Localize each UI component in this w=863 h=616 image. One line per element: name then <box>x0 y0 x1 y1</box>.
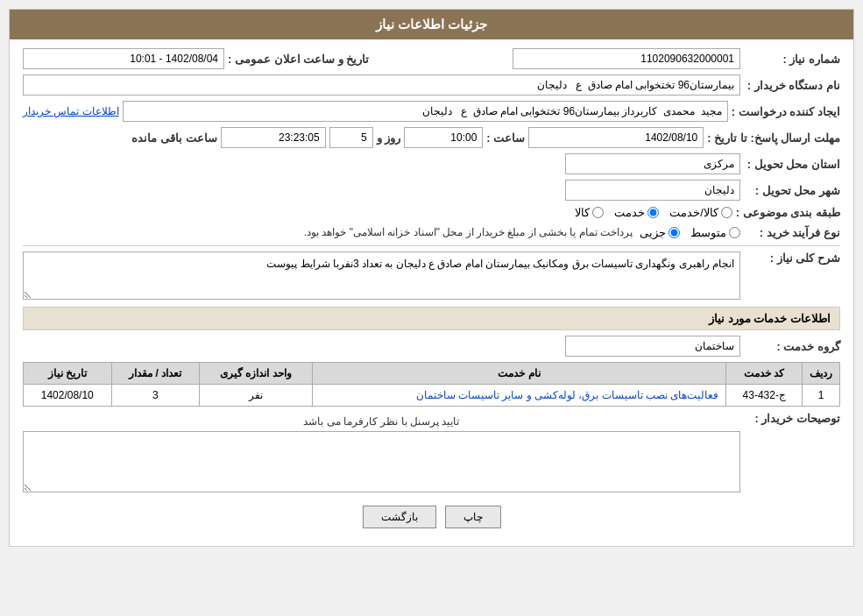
row-goroh: گروه خدمت : <box>23 336 840 357</box>
row-ijadkonande: ایجاد کننده درخواست : اطلاعات تماس خریدا… <box>23 101 840 122</box>
ijadKonande-input[interactable] <box>123 101 728 122</box>
namDastgah-label: نام دستگاه خریدار : <box>744 79 840 92</box>
btn-bazgasht[interactable]: بازگشت <box>363 506 436 528</box>
cell-tarikh: 1402/08/10 <box>24 385 112 407</box>
radio-khadamat-item: خدمت <box>614 206 659 219</box>
shahr-label: شهر محل تحویل : <box>744 184 840 197</box>
row-shahr: شهر محل تحویل : <box>23 180 840 201</box>
khadamat-table: ردیف کد خدمت نام خدمت واحد اندازه گیری ت… <box>23 362 840 407</box>
main-box: جزئیات اطلاعات نیاز شماره نیاز : تاریخ و… <box>9 9 854 547</box>
page-header: جزئیات اطلاعات نیاز <box>10 10 853 39</box>
radio-kala[interactable] <box>592 207 604 218</box>
tabaqe-label: طبقه بندی موضوعی : <box>736 206 840 219</box>
row-noefar: نوع فرآیند خرید : متوسط جزیی پرداخت تمام… <box>23 224 840 240</box>
saat-label: ساعت : <box>486 131 525 145</box>
tosif-label: توصیحات خریدار : <box>744 412 840 425</box>
noefar-radio-group: متوسط جزیی <box>640 226 740 239</box>
noefar-label: نوع فرآیند خرید : <box>744 226 840 239</box>
radio-mottasat-label: متوسط <box>690 226 726 239</box>
btn-area: چاپ بازگشت <box>23 506 840 528</box>
shomareNiaz-input[interactable] <box>513 48 740 69</box>
cell-vahed: نفر <box>199 385 312 407</box>
col-vahed: واحد اندازه گیری <box>199 363 312 385</box>
goroh-label: گروه خدمت : <box>744 340 840 353</box>
row-namdastgah: نام دستگاه خریدار : <box>23 74 840 96</box>
row-shomare-tarikh: شماره نیاز : تاریخ و ساعت اعلان عمومی : <box>23 48 840 69</box>
cell-radif: 1 <box>803 385 840 407</box>
goroh-input[interactable] <box>565 336 740 357</box>
col-tedad: تعداد / مقدار <box>111 363 199 385</box>
radio-khadamat-label: خدمت <box>614 206 645 219</box>
col-nam: نام خدمت <box>312 363 726 385</box>
page-title: جزئیات اطلاعات نیاز <box>376 17 487 32</box>
ostan-label: استان محل تحویل : <box>744 158 840 171</box>
radio-jozii-item: جزیی <box>640 226 680 239</box>
table-header-row: ردیف کد خدمت نام خدمت واحد اندازه گیری ت… <box>24 363 840 385</box>
col-radif: ردیف <box>803 363 840 385</box>
baghimande-label: ساعت باقی مانده <box>131 131 216 145</box>
content-area: شماره نیاز : تاریخ و ساعت اعلان عمومی : … <box>10 39 853 546</box>
ijadKonande-label: ایجاد کننده درخواست : <box>732 105 840 118</box>
radio-mottasat-item: متوسط <box>690 226 740 239</box>
cell-kod: ج-432-43 <box>726 385 803 407</box>
table-row: 1 ج-432-43 فعالیت‌های نصب تاسیسات برق، ل… <box>24 385 840 407</box>
ettelaatTamas-link[interactable]: اطلاعات تماس خریدار <box>23 105 119 117</box>
radio-kala-khadamat-label: کالا/خدمت <box>669 206 718 219</box>
row-ostan: استان محل تحویل : <box>23 153 840 174</box>
page-wrapper: جزئیات اطلاعات نیاز شماره نیاز : تاریخ و… <box>0 0 863 616</box>
note-text: پرداخت تمام یا بخشی از مبلغ خریدار از مح… <box>301 224 636 240</box>
cell-nam: فعالیت‌های نصب تاسیسات برق، لوله‌کشی و س… <box>312 385 726 407</box>
btn-chap[interactable]: چاپ <box>445 506 501 528</box>
radio-mottasat[interactable] <box>729 227 740 238</box>
rooz-label: روز و <box>377 131 401 145</box>
rooz-input[interactable] <box>329 127 373 148</box>
radio-jozii-label: جزیی <box>640 226 666 239</box>
col-kod: کد خدمت <box>726 363 803 385</box>
mohlat-date-input[interactable] <box>528 127 704 148</box>
radio-jozii[interactable] <box>668 227 680 238</box>
tarikh-saat-elan-input[interactable] <box>23 48 224 69</box>
khadamat-table-container: ردیف کد خدمت نام خدمت واحد اندازه گیری ت… <box>23 362 840 407</box>
tosif-textarea[interactable] <box>23 431 740 492</box>
radio-kala-item: کالا <box>575 206 604 219</box>
shahr-input[interactable] <box>565 180 740 201</box>
radio-khadamat[interactable] <box>647 207 659 218</box>
row-mohlat: مهلت ارسال پاسخ: تا تاریخ : ساعت : روز و… <box>23 127 840 148</box>
shomareNiaz-label: شماره نیاز : <box>744 53 840 66</box>
sharh-textarea[interactable]: انجام راهبری ونگهداری تاسیسات برق ومکانی… <box>23 251 740 300</box>
tosif-note: تایید پرسنل با نظر کارفرما می باشد <box>23 412 740 431</box>
divider-1 <box>23 245 840 246</box>
sharh-label: شرح کلی نیاز : <box>744 251 840 265</box>
row-sharh: شرح کلی نیاز : انجام راهبری ونگهداری تاس… <box>23 251 840 300</box>
tabaqe-radio-group: کالا/خدمت خدمت کالا <box>575 206 732 219</box>
mohlat-label: مهلت ارسال پاسخ: تا تاریخ : <box>707 131 840 145</box>
khadamat-section-title: اطلاعات خدمات مورد نیاز <box>23 307 840 330</box>
ostan-input[interactable] <box>565 153 740 174</box>
col-tarikh: تاریخ نیاز <box>24 363 112 385</box>
saat-input[interactable] <box>404 127 483 148</box>
tarikh-saat-elan-label: تاریخ و ساعت اعلان عمومی : <box>228 53 369 66</box>
cell-tedad: 3 <box>111 385 199 407</box>
baghimande-input[interactable] <box>221 127 326 148</box>
radio-kala-khadamat-item: کالا/خدمت <box>669 206 732 219</box>
radio-kala-khadamat[interactable] <box>721 207 732 218</box>
namDastgah-input[interactable] <box>23 74 740 96</box>
radio-kala-label: کالا <box>575 206 590 219</box>
row-tosif: توصیحات خریدار : تایید پرسنل با نظر کارف… <box>23 412 840 495</box>
row-tabaqe: طبقه بندی موضوعی : کالا/خدمت خدمت کالا <box>23 206 840 219</box>
